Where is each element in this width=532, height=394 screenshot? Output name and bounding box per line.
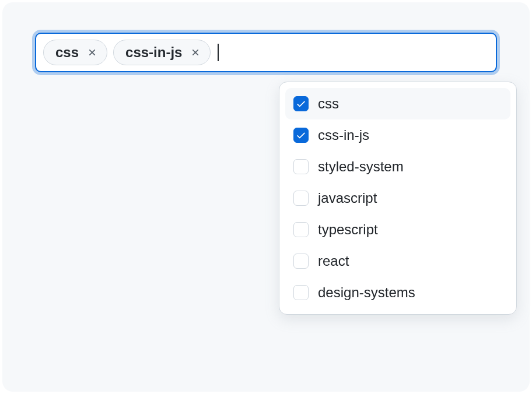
option-css[interactable]: css <box>285 88 510 119</box>
checkbox-checked-icon <box>293 96 309 111</box>
tag-input[interactable]: css css-in-js <box>35 33 497 72</box>
option-css-in-js[interactable]: css-in-js <box>285 119 510 151</box>
option-label: javascript <box>318 190 377 206</box>
option-label: css-in-js <box>318 127 369 143</box>
selected-tag-label: css <box>55 44 79 61</box>
text-cursor <box>218 44 219 61</box>
option-typescript[interactable]: typescript <box>285 214 510 245</box>
checkbox-checked-icon <box>293 128 309 143</box>
option-label: typescript <box>318 221 378 238</box>
option-styled-system[interactable]: styled-system <box>285 151 510 182</box>
option-label: design-systems <box>318 284 415 301</box>
checkbox-unchecked-icon <box>293 285 309 300</box>
selected-tag-label: css-in-js <box>125 44 182 61</box>
checkbox-unchecked-icon <box>293 191 309 206</box>
checkbox-unchecked-icon <box>293 222 309 237</box>
option-label: react <box>318 253 349 269</box>
option-javascript[interactable]: javascript <box>285 182 510 214</box>
option-label: css <box>318 96 339 112</box>
close-icon[interactable] <box>189 46 202 59</box>
selected-tag: css-in-js <box>113 40 211 65</box>
options-dropdown: css css-in-js styled-system javascript t… <box>279 82 517 315</box>
checkbox-unchecked-icon <box>293 254 309 269</box>
checkbox-unchecked-icon <box>293 159 309 174</box>
option-react[interactable]: react <box>285 245 510 277</box>
option-label: styled-system <box>318 159 404 175</box>
close-icon[interactable] <box>86 46 99 59</box>
option-design-systems[interactable]: design-systems <box>285 277 510 308</box>
selected-tag: css <box>43 40 107 65</box>
